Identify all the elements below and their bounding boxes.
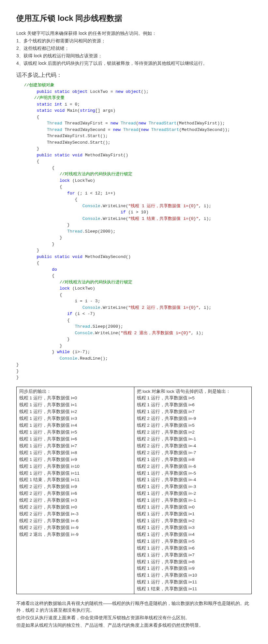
output-row: 线程 2 运行，共享数据值 i=-7 (137, 450, 249, 456)
code-kw: static (54, 89, 70, 94)
code-text: } (52, 350, 57, 354)
code-kw: void (72, 254, 82, 259)
output-row: 线程 1 运行，共享数据值 i=2 (137, 518, 249, 524)
code-str: "线程 2 运行，共享数据值 i={0}" (128, 305, 199, 310)
code-type: ThreadStart (149, 121, 177, 126)
code-kw: if (67, 311, 72, 316)
code-text: (i > 10) (126, 210, 148, 215)
code-kw: while (57, 350, 70, 354)
code-text: ThreadIWaySecond = (62, 127, 113, 132)
output-row: 线程 2 运行，共享数据值 i=5 (137, 422, 249, 429)
code-str: "线程 1 结束，共享数据值 i={0}" (128, 216, 199, 221)
code-text: .WriteLine( (93, 331, 121, 336)
code-kw: public (37, 254, 52, 259)
output-row: 线程 1 运行，共享数据值 i=2 (19, 408, 131, 415)
output-row: 线程 1 运行，共享数据值 i=8 (19, 450, 131, 456)
output-table: 同步后的输出： 线程 1 运行，共享数据值 i=0线程 1 运行，共享数据值 i… (16, 387, 252, 594)
output-row: 线程 2 运行，共享数据值 i=-9 (137, 415, 249, 422)
output-row: 线程 1 运行，共享数据值 i=8 (137, 456, 249, 463)
code-text: ( (136, 121, 139, 126)
code-kw: int (54, 102, 62, 107)
code-text: (LockTwo) (70, 178, 95, 183)
outro-line: 但是如果从线程方法间的独立性、产品运维、产品迭代的角度上面来看多线程仍然优势明显… (16, 622, 252, 629)
code-text: .Sleep(2000); (82, 229, 115, 234)
output-row: 线程 1 运行，共享数据值 i=9 (137, 565, 249, 572)
page-title: 使用互斥锁 lock 同步线程数据 (16, 13, 252, 23)
code-text: , i); (191, 331, 204, 336)
code-block: //创建加锁对象 public static object LockTwo = … (16, 82, 252, 381)
output-row: 线程 1 运行，共享数据值 i=10 (137, 572, 249, 579)
code-text: .ReadLine(); (77, 356, 108, 361)
code-kw: public (37, 89, 52, 94)
code-comment: //创建加锁对象 (24, 83, 54, 88)
output-row: 线程 1 运行，共享数据值 i=-2 (137, 490, 249, 497)
code-text: .WriteLine( (100, 216, 128, 221)
code-text: } (37, 248, 39, 253)
code-text: ThreadIWaySecond.Start(); (47, 140, 111, 145)
code-kw: static (37, 108, 52, 113)
code-comment: //对线程方法内的代码快执行进行锁定 (60, 172, 133, 177)
output-row: 线程 1 运行，共享数据值 i=6 (19, 436, 131, 443)
code-type: Console (82, 305, 100, 310)
output-row: 线程 2 运行，共享数据值 i=2 (137, 429, 249, 436)
output-row: 线程 1 结束，共享数据值 i=11 (137, 586, 249, 593)
output-row: 线程 1 运行，共享数据值 i=5 (137, 395, 249, 402)
code-text: { (60, 184, 62, 189)
code-text: MethodIWaySecond() (82, 254, 131, 259)
output-row: 线程 2 运行，共享数据值 i=9 (19, 483, 131, 490)
output-row: 线程 1 运行，共享数据值 i=6 (137, 402, 249, 408)
intro-block: Lock 关键字可以用来确保获得 lock 的任务对资源的独占访问。例如： 1、… (16, 30, 252, 67)
code-text: (i < -7) (72, 311, 95, 316)
code-text: i = 0; (62, 102, 80, 107)
code-comment: //声明共享变量 (34, 95, 65, 100)
code-kw: new (141, 127, 148, 132)
output-row: 线程 1 运行，共享数据值 i=5 (19, 429, 131, 436)
output-row: 线程 2 运行，共享数据值 i=-9 (19, 524, 131, 531)
code-str: "线程 1 运行，共享数据值 i={0}" (128, 204, 199, 208)
code-type: Thread (75, 324, 90, 329)
code-text: } (67, 222, 70, 227)
output-right-header: 把 lock 对象和 lock 语句去掉的话，则是输出： (137, 388, 249, 395)
output-row: 线程 2 运行，共享数据值 i=-6 (19, 518, 131, 524)
code-text: (MethodIWaySecond)); (179, 127, 230, 132)
intro-line: 4、该线程 lock 后面的代码块执行完了以后，锁就被释放，等待资源的其他线程可… (16, 60, 252, 67)
code-text: (); (141, 89, 148, 94)
code-text: { (60, 293, 62, 297)
outro-block: 不难看出这样的数据输出具有很大的随机性——线程的执行顺序也是随机的，输出数据的次… (16, 600, 252, 629)
output-row: 线程 1 运行，共享数据值 i=7 (137, 552, 249, 559)
code-kw: object (72, 89, 88, 94)
output-row: 线程 1 运行，共享数据值 i=4 (137, 531, 249, 538)
code-kw: lock (60, 178, 70, 183)
output-right-cell: 把 lock 对象和 lock 语句去掉的话，则是输出： 线程 1 运行，共享数… (134, 387, 252, 594)
code-text: } (16, 369, 19, 374)
code-text: { (67, 318, 70, 323)
output-row: 线程 2 运行，共享数据值 i=-3 (19, 511, 131, 518)
code-text: i = i - 3; (75, 299, 100, 304)
code-kw: lock (60, 286, 70, 291)
code-text: } (60, 235, 62, 240)
code-text: { (37, 159, 39, 164)
code-kw: void (72, 153, 82, 158)
code-text: } (52, 242, 54, 247)
code-text: { (75, 197, 77, 202)
code-text: (i>-7); (70, 350, 90, 354)
code-kw: new (113, 127, 120, 132)
code-type: Console (82, 204, 100, 208)
code-kw: static (54, 254, 70, 259)
intro-line: 1、多个线程的执行都需要访问相同的资源； (16, 37, 252, 44)
code-text: ThreadIWayFirst.Start(); (47, 134, 108, 138)
output-row: 线程 1 运行，共享数据值 i=3 (137, 524, 249, 531)
code-kw: for (67, 191, 75, 196)
code-str: "线程 2 退出，共享数据值 i={0}" (121, 331, 191, 336)
output-row: 线程 1 运行，共享数据值 i=5 (137, 538, 249, 545)
code-kw: static (37, 102, 52, 107)
code-text: } (37, 146, 39, 151)
output-row: 线程 1 运行，共享数据值 i=-5 (137, 470, 249, 477)
output-left-header: 同步后的输出： (19, 388, 131, 395)
code-kw: new (139, 121, 146, 126)
code-kw: public (37, 153, 52, 158)
code-type: Thread (67, 229, 82, 234)
code-text: .Sleep(2000); (90, 324, 123, 329)
intro-line: 2、这些线程都已经就绪； (16, 45, 252, 52)
output-row: 线程 1 运行，共享数据值 i=0 (19, 395, 131, 402)
